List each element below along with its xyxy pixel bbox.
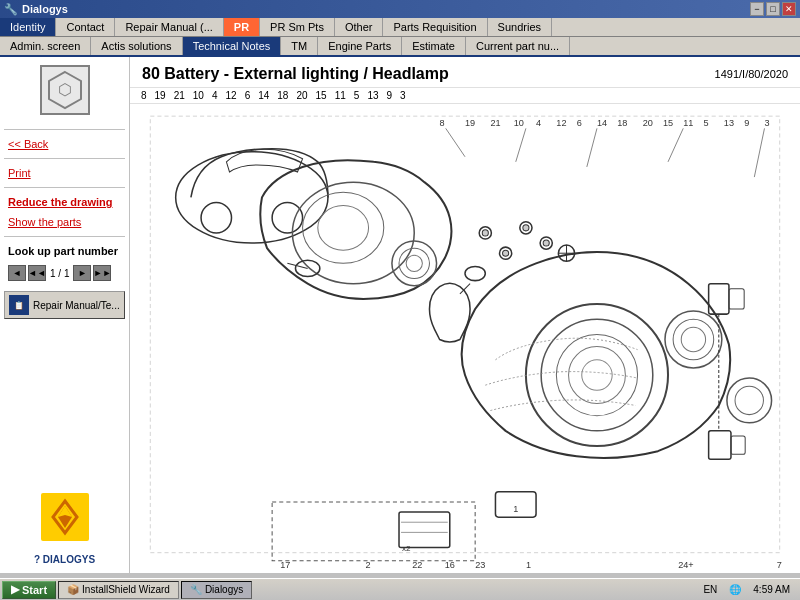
part-num-5[interactable]: 5: [351, 90, 363, 101]
part-numbers-strip: 8 19 21 10 4 12 6 14 18 20 15 11 5 13 9 …: [130, 88, 800, 104]
back-link[interactable]: << Back: [4, 136, 125, 152]
page-prev-button[interactable]: ◄: [8, 265, 26, 281]
menu-tab-estimate[interactable]: Estimate: [402, 37, 466, 55]
app-icon: 🔧: [4, 3, 18, 16]
repair-manual-icon: 📋: [9, 295, 29, 315]
svg-text:11: 11: [683, 118, 693, 128]
menu-tab-sundries[interactable]: Sundries: [488, 18, 552, 36]
menu-tab-contact[interactable]: Contact: [56, 18, 115, 36]
part-num-6[interactable]: 6: [242, 90, 254, 101]
menu-tab-admin[interactable]: Admin. screen: [0, 37, 91, 55]
dialogys-taskbar-icon: 🔧: [190, 584, 202, 595]
svg-text:16: 16: [445, 560, 455, 570]
svg-text:8: 8: [440, 118, 445, 128]
menu-bar-1: Identity Contact Repair Manual (... PR P…: [0, 18, 800, 37]
installshield-label: InstallShield Wizard: [82, 584, 170, 595]
page-number: 1 / 1: [48, 268, 71, 279]
installshield-icon: 📦: [67, 584, 79, 595]
taskbar-installshield[interactable]: 📦 InstallShield Wizard: [58, 581, 179, 599]
help-icon: ?: [34, 554, 40, 565]
menu-tab-pr-sm-pts[interactable]: PR Sm Pts: [260, 18, 335, 36]
renault-diamond: [41, 493, 89, 541]
print-link[interactable]: Print: [4, 165, 125, 181]
content-header: 80 Battery - External lighting / Headlam…: [130, 57, 800, 88]
repair-manual-label: Repair Manual/Te...: [33, 300, 120, 311]
maximize-button[interactable]: □: [766, 2, 780, 16]
page-first-button[interactable]: ◄◄: [28, 265, 46, 281]
divider-2: [4, 158, 125, 159]
show-parts-link[interactable]: Show the parts: [4, 214, 125, 230]
svg-text:22: 22: [412, 560, 422, 570]
minimize-button[interactable]: −: [750, 2, 764, 16]
reduce-drawing-link[interactable]: Reduce the drawing: [4, 194, 125, 210]
divider-3: [4, 187, 125, 188]
part-num-20[interactable]: 20: [293, 90, 310, 101]
app-title: Dialogys: [22, 3, 68, 15]
svg-text:3: 3: [764, 118, 769, 128]
svg-text:14: 14: [597, 118, 607, 128]
content-ref: 1491/I/80/2020: [715, 68, 788, 80]
svg-text:5: 5: [704, 118, 709, 128]
hex-icon: ⬡: [45, 70, 85, 110]
menu-tab-pr[interactable]: PR: [224, 18, 260, 36]
menu-tab-parts-req[interactable]: Parts Requisition: [383, 18, 487, 36]
svg-text:19: 19: [465, 118, 475, 128]
page-nav: ◄ ◄◄ 1 / 1 ► ►►: [4, 263, 125, 283]
part-num-4[interactable]: 4: [209, 90, 221, 101]
clock: 4:59 AM: [749, 584, 794, 595]
menu-tab-engine-parts[interactable]: Engine Parts: [318, 37, 402, 55]
part-num-13[interactable]: 13: [364, 90, 381, 101]
renault-logo: [40, 492, 90, 542]
menu-tab-current-part[interactable]: Current part nu...: [466, 37, 570, 55]
svg-point-74: [543, 240, 549, 246]
svg-text:⬡: ⬡: [58, 81, 72, 98]
logo-box: ⬡: [40, 65, 90, 115]
svg-text:18: 18: [617, 118, 627, 128]
part-num-11[interactable]: 11: [332, 90, 349, 101]
svg-text:x2: x2: [402, 544, 411, 553]
part-num-21[interactable]: 21: [171, 90, 188, 101]
lookup-label: Look up part number: [4, 243, 125, 259]
start-button[interactable]: ▶ Start: [2, 581, 56, 599]
part-num-9[interactable]: 9: [384, 90, 396, 101]
close-button[interactable]: ✕: [782, 2, 796, 16]
diagram-area: 1 x2 8 19 21 10 4: [130, 104, 800, 573]
page-title: 80 Battery - External lighting / Headlam…: [142, 65, 449, 83]
main-container: ⬡ << Back Print Reduce the drawing Show …: [0, 57, 800, 573]
taskbar-right: EN 🌐 4:59 AM: [699, 584, 798, 595]
svg-text:23: 23: [475, 560, 485, 570]
svg-text:17: 17: [280, 560, 290, 570]
part-num-3[interactable]: 3: [397, 90, 409, 101]
dialogys-taskbar-label: Dialogys: [205, 584, 243, 595]
part-num-8[interactable]: 8: [138, 90, 150, 101]
menu-tab-other[interactable]: Other: [335, 18, 384, 36]
menu-tab-tm[interactable]: TM: [281, 37, 318, 55]
part-num-19[interactable]: 19: [152, 90, 169, 101]
part-num-10[interactable]: 10: [190, 90, 207, 101]
dialogys-label: ? DIALOGYS: [4, 554, 125, 565]
part-num-15[interactable]: 15: [313, 90, 330, 101]
menu-tab-technical-notes[interactable]: Technical Notes: [183, 37, 282, 55]
taskbar-dialogys[interactable]: 🔧 Dialogys: [181, 581, 252, 599]
svg-text:2: 2: [366, 560, 371, 570]
start-icon: ▶: [11, 583, 19, 596]
page-next-button[interactable]: ►: [73, 265, 91, 281]
title-bar-title: 🔧 Dialogys: [4, 3, 68, 16]
menu-tab-repair-manual[interactable]: Repair Manual (...: [115, 18, 223, 36]
menu-tab-identity[interactable]: Identity: [0, 18, 56, 36]
part-num-12[interactable]: 12: [223, 90, 240, 101]
page-last-button[interactable]: ►►: [93, 265, 111, 281]
menu-tab-actis[interactable]: Actis solutions: [91, 37, 182, 55]
locale-indicator: EN: [699, 584, 721, 595]
part-num-14[interactable]: 14: [255, 90, 272, 101]
svg-point-68: [482, 230, 488, 236]
part-num-18[interactable]: 18: [274, 90, 291, 101]
svg-text:13: 13: [724, 118, 734, 128]
svg-text:7: 7: [777, 560, 782, 570]
svg-text:1: 1: [526, 560, 531, 570]
svg-rect-6: [130, 106, 800, 573]
svg-point-70: [503, 250, 509, 256]
repair-manual-button[interactable]: 📋 Repair Manual/Te...: [4, 291, 125, 319]
divider-1: [4, 129, 125, 130]
divider-4: [4, 236, 125, 237]
